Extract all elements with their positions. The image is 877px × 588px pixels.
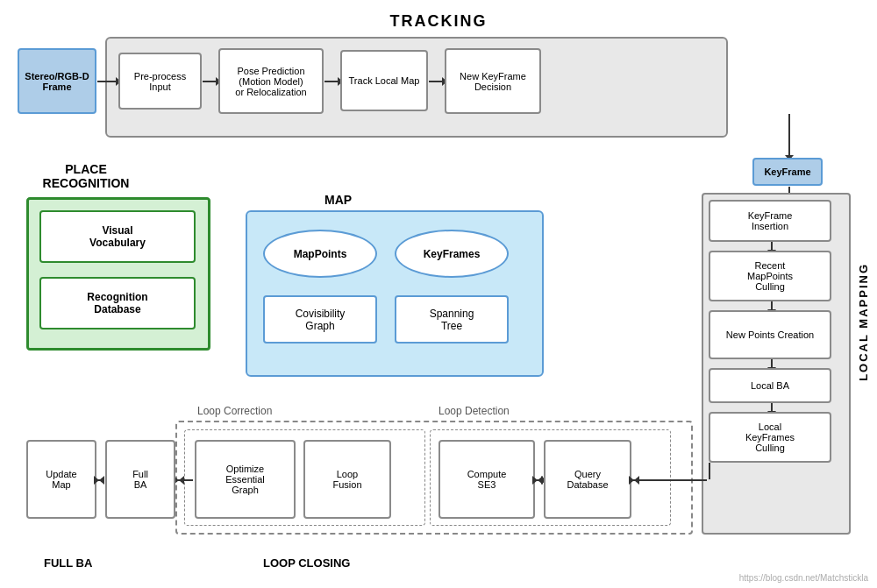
arrow-lm-recent-newpts bbox=[771, 301, 773, 310]
arrow-lm-kfi-recent bbox=[771, 242, 773, 251]
recognition-database-box: RecognitionDatabase bbox=[39, 277, 196, 329]
local-mapping-section bbox=[702, 193, 851, 535]
arrow-lm-newpts-lba bbox=[771, 359, 773, 368]
loop-query-label: QueryDatabase bbox=[567, 469, 608, 490]
visual-vocabulary-label: VisualVocabulary bbox=[89, 224, 146, 249]
preprocess-label: Pre-processInput bbox=[134, 71, 186, 92]
arrow-stereo-preprocess bbox=[97, 81, 117, 82]
keyframe-label: KeyFrame bbox=[764, 166, 810, 177]
loop-detection-label: Loop Detection bbox=[438, 405, 510, 417]
update-map-box: UpdateMap bbox=[26, 440, 96, 519]
arrow-track-newkf bbox=[429, 81, 443, 82]
map-spanning-label: SpanningTree bbox=[430, 308, 474, 332]
diagram: TRACKING Stereo/RGB-DFrame Pre-processIn… bbox=[0, 0, 877, 588]
full-ba-section-label: FULL BA bbox=[44, 556, 92, 570]
arrow-preprocess-pose bbox=[203, 81, 217, 82]
map-spanning-box: SpanningTree bbox=[395, 295, 509, 344]
map-covisibility-label: CovisibilityGraph bbox=[296, 308, 346, 332]
stereo-box: Stereo/RGB-DFrame bbox=[18, 48, 96, 114]
keyframe-box: KeyFrame bbox=[752, 158, 823, 186]
loop-closing-section-label: LOOP CLOSING bbox=[263, 556, 350, 570]
map-mappoints-box: MapPoints bbox=[263, 230, 377, 278]
local-mapping-label: LOCAL MAPPING bbox=[857, 263, 870, 381]
loop-fusion-box: LoopFusion bbox=[303, 440, 391, 519]
new-keyframe-decision-box: New KeyFrameDecision bbox=[445, 48, 541, 114]
track-local-map-label: Track Local Map bbox=[349, 75, 420, 86]
arrow-lm-to-query bbox=[709, 463, 710, 479]
arrow-newkf-down bbox=[788, 114, 790, 156]
pose-label: Pose Prediction(Motion Model)or Relocali… bbox=[235, 66, 306, 97]
lm-recent-culling-label: RecentMapPointsCulling bbox=[747, 260, 793, 292]
lm-local-kf-culling-label: LocalKeyFramesCulling bbox=[745, 422, 795, 453]
map-mappoints-label: MapPoints bbox=[294, 248, 347, 260]
full-ba-label-text: FullBA bbox=[132, 469, 148, 490]
loop-query-box: QueryDatabase bbox=[544, 440, 631, 519]
loop-compute-box: ComputeSE3 bbox=[438, 440, 535, 519]
lm-new-points-box: New Points Creation bbox=[709, 310, 831, 359]
loop-compute-label: ComputeSE3 bbox=[467, 469, 507, 490]
lm-kf-insertion-box: KeyFrameInsertion bbox=[709, 200, 831, 242]
full-ba-box: FullBA bbox=[105, 440, 175, 519]
visual-vocabulary-box: VisualVocabulary bbox=[39, 210, 196, 263]
stereo-label: Stereo/RGB-DFrame bbox=[25, 71, 89, 92]
recognition-database-label: RecognitionDatabase bbox=[87, 291, 147, 315]
watermark: https://blog.csdn.net/Matchstickla bbox=[739, 573, 868, 583]
loop-correction-label: Loop Correction bbox=[197, 405, 272, 417]
pose-box: Pose Prediction(Motion Model)or Relocali… bbox=[218, 48, 324, 114]
update-map-label: UpdateMap bbox=[46, 469, 76, 490]
arrow-loop-to-fullba bbox=[178, 479, 193, 481]
tracking-label: TRACKING bbox=[175, 12, 702, 31]
arrow-lm-lba-lkfc bbox=[771, 403, 773, 412]
lm-new-points-label: New Points Creation bbox=[726, 329, 814, 340]
arrow-lm-query-h bbox=[633, 479, 707, 481]
map-covisibility-box: CovisibilityGraph bbox=[263, 295, 377, 344]
arrow-fullba-updatemap bbox=[98, 479, 103, 481]
place-recognition-label: PLACERECOGNITION bbox=[33, 162, 139, 190]
loop-optimize-box: OptimizeEssentialGraph bbox=[195, 440, 296, 519]
track-local-map-box: Track Local Map bbox=[340, 50, 428, 111]
loop-fusion-label: LoopFusion bbox=[332, 469, 361, 490]
arrow-query-compute bbox=[537, 479, 542, 481]
loop-optimize-label: OptimizeEssentialGraph bbox=[225, 464, 265, 495]
map-keyframes-label: KeyFrames bbox=[424, 248, 481, 260]
lm-recent-culling-box: RecentMapPointsCulling bbox=[709, 251, 831, 301]
lm-local-ba-label: Local BA bbox=[751, 380, 789, 391]
lm-local-kf-culling-box: LocalKeyFramesCulling bbox=[709, 412, 831, 463]
preprocess-box: Pre-processInput bbox=[118, 53, 202, 110]
map-label: MAP bbox=[324, 193, 352, 207]
map-keyframes-box: KeyFrames bbox=[395, 230, 509, 278]
new-keyframe-decision-label: New KeyFrameDecision bbox=[460, 71, 526, 92]
lm-kf-insertion-label: KeyFrameInsertion bbox=[748, 210, 793, 231]
lm-local-ba-box: Local BA bbox=[709, 368, 831, 403]
arrow-pose-track bbox=[324, 81, 339, 82]
